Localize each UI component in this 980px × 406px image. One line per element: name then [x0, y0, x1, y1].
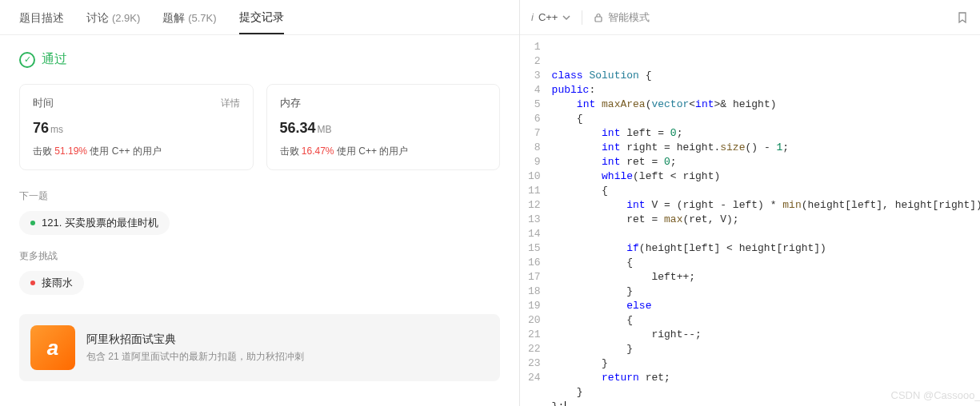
tab-label: 题解: [162, 11, 185, 24]
value-unit: MB: [318, 124, 332, 135]
card-beat: 击败 16.47% 使用 C++ 的用户: [280, 145, 487, 158]
promo-text: 阿里秋招面试宝典 包含 21 道阿里面试中的最新力扣题，助力秋招冲刺: [86, 332, 304, 364]
tabs: 题目描述 讨论 (2.9K) 题解 (5.7K) 提交记录: [0, 0, 519, 35]
next-problem-pill[interactable]: 121. 买卖股票的最佳时机: [19, 211, 170, 235]
tab-label: 题目描述: [19, 11, 64, 24]
section-more: 更多挑战: [19, 249, 500, 263]
section-next: 下一题: [19, 189, 500, 203]
code-content[interactable]: class Solution {public: int maxArea(vect…: [552, 40, 980, 406]
more-problem-pill[interactable]: 接雨水: [19, 271, 84, 295]
tab-discuss[interactable]: 讨论 (2.9K): [86, 2, 140, 34]
info-icon: i: [531, 11, 534, 23]
value-number: 76: [33, 120, 49, 136]
status-label: 通过: [42, 51, 67, 68]
check-icon: ✓: [19, 52, 35, 68]
value-unit: ms: [50, 124, 63, 135]
card-beat: 击败 51.19% 使用 C++ 的用户: [33, 145, 240, 158]
promo-card[interactable]: a 阿里秋招面试宝典 包含 21 道阿里面试中的最新力扣题，助力秋招冲刺: [19, 314, 500, 381]
svg-rect-0: [595, 17, 602, 22]
smart-mode-label: 智能模式: [608, 10, 650, 25]
left-panel: 题目描述 讨论 (2.9K) 题解 (5.7K) 提交记录 ✓ 通过 时间 详情: [0, 0, 520, 406]
language-select[interactable]: i C++: [531, 11, 570, 23]
line-gutter: 123456789101112131415161718192021222324: [520, 40, 552, 406]
smart-mode[interactable]: 智能模式: [594, 10, 650, 25]
tab-solutions[interactable]: 题解 (5.7K): [162, 2, 216, 34]
bookmark-icon[interactable]: [956, 11, 969, 24]
right-panel: i C++ 智能模式 12345678910111213141516171819…: [520, 0, 980, 406]
tab-label: 提交记录: [239, 10, 284, 23]
tab-label: 讨论: [86, 11, 109, 24]
card-value: 56.34MB: [280, 120, 487, 137]
tab-count: (5.7K): [188, 12, 216, 24]
language-label: C++: [538, 11, 558, 23]
difficulty-dot-icon: [30, 281, 35, 285]
status-row: ✓ 通过: [19, 51, 500, 68]
stats-cards: 时间 详情 76ms 击败 51.19% 使用 C++ 的用户 内存 56.34…: [19, 84, 500, 170]
tab-submissions[interactable]: 提交记录: [239, 1, 284, 34]
promo-title: 阿里秋招面试宝典: [86, 332, 304, 347]
divider: [582, 10, 582, 25]
chevron-down-icon: [562, 14, 570, 22]
difficulty-dot-icon: [30, 221, 35, 225]
tab-count: (2.9K): [112, 12, 140, 24]
more-problem-label: 接雨水: [42, 276, 73, 290]
tab-description[interactable]: 题目描述: [19, 2, 64, 34]
card-title: 时间: [33, 96, 54, 110]
next-problem-label: 121. 买卖股票的最佳时机: [42, 216, 158, 230]
card-value: 76ms: [33, 120, 240, 137]
editor-header: i C++ 智能模式: [520, 0, 980, 35]
memory-card[interactable]: 内存 56.34MB 击败 16.47% 使用 C++ 的用户: [266, 84, 501, 170]
value-number: 56.34: [280, 120, 316, 136]
code-editor[interactable]: 123456789101112131415161718192021222324 …: [520, 35, 980, 406]
beat-pct: 51.19%: [54, 145, 87, 157]
detail-link[interactable]: 详情: [221, 97, 240, 110]
lock-icon: [594, 13, 603, 22]
beat-pct: 16.47%: [302, 145, 334, 157]
time-card[interactable]: 时间 详情 76ms 击败 51.19% 使用 C++ 的用户: [19, 84, 254, 170]
watermark: CSDN @Cassooo_: [891, 388, 980, 403]
content: ✓ 通过 时间 详情 76ms 击败 51.19% 使用 C++ 的用户: [0, 35, 519, 406]
promo-logo: a: [30, 325, 75, 370]
card-title: 内存: [280, 96, 301, 110]
promo-sub: 包含 21 道阿里面试中的最新力扣题，助力秋招冲刺: [86, 350, 304, 364]
